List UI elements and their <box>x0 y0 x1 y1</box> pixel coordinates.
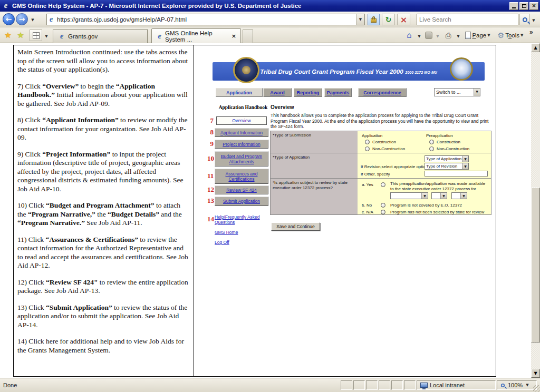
gms-assurances-button[interactable]: Assurances and Certifications <box>215 169 268 184</box>
add-favorite-button[interactable]: ★ <box>15 30 26 41</box>
address-dropdown-icon[interactable]: ▼ <box>356 14 364 25</box>
gms-project-info-link[interactable]: Project Information <box>223 142 260 147</box>
zoom-dropdown-icon[interactable]: ▼ <box>526 383 528 388</box>
type-of-revision-select[interactable]: Type of Revision ▼ <box>425 163 469 170</box>
maximize-button[interactable] <box>519 2 528 10</box>
dropdown-icon: ▼ <box>462 163 468 169</box>
more-commands-chevron-icon[interactable]: » <box>529 28 533 36</box>
status-segment <box>391 380 403 390</box>
stop-button[interactable]: × <box>397 14 410 25</box>
vertical-scrollbar[interactable]: ▲ ▼ <box>531 43 540 378</box>
scrollbar-thumb[interactable] <box>531 188 540 342</box>
tab2-close-icon[interactable]: × <box>232 33 236 39</box>
gms-review-sf424-link[interactable]: Review SF 424 <box>226 188 257 193</box>
tab-gms-online-help[interactable]: e GMS Online Help System ... × <box>151 28 241 43</box>
instruction-paragraph: 7) Click “Overview” to begin the “Applic… <box>17 82 190 109</box>
gms-tab-correspondence[interactable]: Correspondence <box>358 88 407 97</box>
review-day-select[interactable]: ▼ <box>431 192 447 199</box>
preapplication-column-label: Preapplication <box>426 133 453 139</box>
gms-overview-link[interactable]: Overview <box>232 118 250 123</box>
quick-tabs-button[interactable] <box>30 30 42 41</box>
status-text: Done <box>3 382 17 388</box>
new-tab-stub[interactable] <box>243 30 253 43</box>
gms-home-link[interactable]: GMS Home <box>215 230 238 235</box>
gms-logoff-link[interactable]: Log Off <box>215 240 229 245</box>
browser-window: e GMS Online Help System - AP-7 - Micros… <box>0 0 540 392</box>
tab-list-dropdown-icon[interactable]: ▼ <box>44 34 49 39</box>
tools-dropdown-icon: ▼ <box>520 33 523 38</box>
scroll-up-button[interactable]: ▲ <box>531 43 540 52</box>
security-lock-button[interactable] <box>368 14 380 25</box>
instruction-paragraph: 12) Click “Review SF 424" to review the … <box>17 278 190 296</box>
history-dropdown-icon[interactable]: ▼ <box>30 18 35 23</box>
gms-project-info-button[interactable]: Project Information <box>215 140 268 149</box>
zoom-control[interactable]: 100% ▼ <box>497 380 537 390</box>
gms-tab-award-link[interactable]: Award <box>270 90 284 95</box>
gms-tab-reporting[interactable]: Reporting <box>294 88 322 97</box>
print-button[interactable]: ⎙ <box>442 30 455 41</box>
dropdown-icon: ▼ <box>462 156 468 162</box>
review-month-select[interactable]: ▼ <box>390 192 428 199</box>
gms-tab-payments-link[interactable]: Payments <box>327 90 350 95</box>
gms-applicant-info-link[interactable]: Applicant Information <box>220 130 263 135</box>
radio-application-non-construction[interactable] <box>365 146 370 151</box>
preapplication-non-construction-label: Non-Construction <box>437 146 469 152</box>
forward-button[interactable]: → <box>16 13 28 25</box>
favorites-center-button[interactable]: ★ <box>2 30 14 41</box>
feeds-button[interactable] <box>423 30 435 41</box>
gms-tab-reporting-link[interactable]: Reporting <box>297 90 320 95</box>
application-construction-label: Construction <box>372 140 396 145</box>
instruction-paragraph: Main Screen Introduction continued: use … <box>17 48 190 74</box>
status-segment <box>404 380 416 390</box>
gms-budget-button[interactable]: Budget and Program Attachments <box>215 151 268 166</box>
gms-tab-payments[interactable]: Payments <box>324 88 352 97</box>
status-bar: Done Local intranet 100% ▼ <box>0 378 540 392</box>
scroll-down-button[interactable]: ▼ <box>531 369 540 378</box>
gms-help-faq-link[interactable]: Help/Frequently Asked Questions <box>215 214 260 225</box>
gms-submit-button[interactable]: Submit Application <box>215 197 268 206</box>
gms-assurances-link[interactable]: Assurances and Certifications <box>215 171 268 182</box>
radio-preapplication-non-construction[interactable] <box>429 146 434 151</box>
search-button[interactable] <box>519 14 530 25</box>
gms-tab-correspondence-link[interactable]: Correspondence <box>363 90 401 95</box>
instructions-panel: Main Screen Introduction continued: use … <box>13 45 194 377</box>
gms-nav-overview: 7 Overview <box>215 116 268 125</box>
gms-budget-link[interactable]: Budget and Program Attachments <box>215 154 268 164</box>
other-specify-input[interactable] <box>425 171 488 177</box>
gms-switch-to-select[interactable]: Switch to ... ▼ <box>434 88 480 96</box>
page-menu-button[interactable]: Page ▼ <box>462 30 494 41</box>
gms-submit-link[interactable]: Submit Application <box>223 199 260 204</box>
radio-12372-yes[interactable] <box>381 182 385 187</box>
back-button[interactable]: ← <box>3 13 15 25</box>
gms-overview-button[interactable]: Overview <box>216 116 267 125</box>
maximize-icon <box>522 4 526 8</box>
save-and-continue-button[interactable]: Save and Continue <box>271 222 320 231</box>
gms-applicant-info-button[interactable]: Applicant Information <box>215 128 268 137</box>
minimize-button[interactable] <box>509 2 518 10</box>
radio-application-construction[interactable] <box>365 140 370 144</box>
radio-preapplication-construction[interactable] <box>429 140 434 144</box>
window-title: GMS Online Help System - AP-7 - Microsof… <box>12 3 301 9</box>
address-input[interactable] <box>55 16 356 23</box>
close-button[interactable]: × <box>529 2 538 10</box>
radio-12372-no[interactable] <box>381 203 385 208</box>
type-of-application-select[interactable]: Type of Application ▼ <box>425 155 469 162</box>
radio-12372-na[interactable] <box>381 210 385 214</box>
gms-tab-award[interactable]: Award <box>263 88 292 97</box>
resize-grip[interactable] <box>533 385 540 392</box>
print-dropdown-icon[interactable]: ▼ <box>456 34 461 39</box>
page-icon <box>465 32 471 39</box>
gms-review-sf424-button[interactable]: Review SF 424 <box>215 185 268 194</box>
feeds-dropdown-icon[interactable]: ▼ <box>435 34 440 39</box>
tab-grants-gov[interactable]: e Grants.gov <box>53 29 148 43</box>
printer-icon: ⎙ <box>445 32 451 39</box>
refresh-button[interactable]: ↻ <box>382 14 395 25</box>
home-button[interactable]: ⌂ <box>403 30 416 41</box>
home-dropdown-icon[interactable]: ▼ <box>417 34 422 39</box>
search-options-dropdown-icon[interactable]: ▼ <box>531 18 536 23</box>
search-input[interactable] <box>417 16 518 23</box>
review-year-select[interactable]: ▼ <box>451 192 467 199</box>
quick-tabs-grid-icon <box>33 32 40 39</box>
gms-tab-application[interactable]: Application <box>216 88 263 97</box>
tools-menu-button[interactable]: ⚙ Tools ▼ <box>495 30 526 41</box>
